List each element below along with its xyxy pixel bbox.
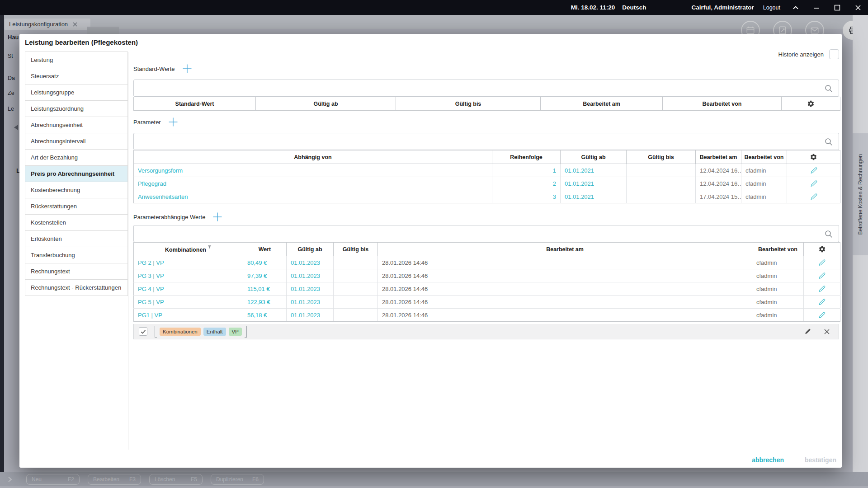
edited-at: 28.01.2026 14:46 [378,296,752,309]
confirm-button[interactable]: bestätigen [805,456,836,464]
language-selector[interactable]: Deutsch [622,4,646,11]
edit-parameterwert-button[interactable] [818,311,826,319]
valid-from: 01.01.2023 [287,296,334,309]
dialog-content: Historie anzeigen Standard-Werte Standar… [133,34,840,468]
parameterwert-row: PG 3 | VP 97,39 € 01.01.2023 28.01.2026 … [134,269,840,282]
edit-parameterwert-button[interactable] [818,258,826,267]
parameterwert-row: PG1 | VP 56,18 € 01.01.2023 28.01.2026 1… [134,309,840,322]
nav-item-rechnungstext-rueckerstattungen[interactable]: Rechnungstext - Rückerstattungen [25,279,128,296]
nav-item-leistung[interactable]: Leistung [25,52,128,68]
column-header-bearbeitet-am[interactable]: Bearbeitet am [541,97,663,111]
edit-parameter-button[interactable] [810,179,818,188]
parameterwerte-table-settings-button[interactable] [818,245,826,253]
collapse-window-button[interactable] [792,4,799,11]
nav-item-kostenberechnung[interactable]: Kostenberechnung [25,182,128,198]
valid-to [334,256,378,269]
parameter-valid-to [627,164,696,177]
cancel-button[interactable]: abbrechen [752,456,784,464]
nav-item-rechnungstext[interactable]: Rechnungstext [25,263,128,280]
edit-filter-button[interactable] [804,328,811,335]
parameter-link[interactable]: Anwesenheitsarten [134,190,492,203]
column-header-bearbeitet-am[interactable]: Bearbeitet am [696,150,741,164]
column-header-gueltig-bis[interactable]: Gültig bis [334,243,378,256]
valid-to [334,269,378,282]
column-header-standard-wert[interactable]: Standard-Wert [134,97,256,111]
add-standard-wert-button[interactable] [182,64,192,74]
parameter-table-settings-button[interactable] [810,153,817,161]
edit-parameterwert-button[interactable] [818,285,826,293]
kombination-link[interactable]: PG 5 | VP [134,296,243,309]
nav-item-kostenstellen[interactable]: Kostenstellen [25,214,128,231]
filter-field-chip[interactable]: Kombinationen [160,328,201,336]
dialog-footer: abbrechen bestätigen [752,456,836,464]
maximize-icon [834,4,841,11]
parameterwerte-search-input[interactable] [134,225,812,242]
edited-by: cfadmin [752,296,804,309]
logout-button[interactable]: Logout [763,5,780,11]
column-header-bearbeitet-von[interactable]: Bearbeitet von [741,150,787,164]
nav-item-abrechnungsintervall[interactable]: Abrechnungsintervall [25,133,128,150]
nav-item-abrechnungseinheit[interactable]: Abrechnungseinheit [25,117,128,133]
filter-value-chip[interactable]: VP [229,328,242,336]
parameter-link[interactable]: Versorgungsform [134,164,492,177]
column-header-bearbeitet-von[interactable]: Bearbeitet von [663,97,782,111]
parameter-row: Versorgungsform 1 01.01.2021 12.04.2024 … [134,164,840,177]
parameter-search[interactable] [133,133,839,150]
column-header-kombinationen[interactable]: Kombinationen [134,243,243,256]
column-header-bearbeitet-am[interactable]: Bearbeitet am [378,243,752,256]
minimize-button[interactable] [813,4,820,11]
standard-werte-search[interactable] [133,80,839,97]
column-header-gueltig-ab[interactable]: Gültig ab [561,150,627,164]
history-toggle-label: Historie anzeigen [778,51,824,58]
close-window-button[interactable] [854,4,862,11]
kombination-link[interactable]: PG 3 | VP [134,269,243,282]
edit-parameter-button[interactable] [810,192,818,201]
column-header-abhaengig-von[interactable]: Abhängig von [134,150,492,164]
parameter-valid-from: 01.01.2021 [561,177,627,190]
nav-item-rueckerstattungen[interactable]: Rückerstattungen [25,198,128,215]
valid-to [334,282,378,296]
nav-item-leistungsgruppe[interactable]: Leistungsgruppe [25,84,128,101]
column-header-gueltig-ab[interactable]: Gültig ab [256,97,396,111]
kombination-link[interactable]: PG 4 | VP [134,282,243,296]
history-checkbox[interactable] [829,49,839,59]
standard-table-settings-button[interactable] [807,100,815,108]
edit-parameterwert-button[interactable] [818,272,826,280]
nav-item-transferbuchung[interactable]: Transferbuchung [25,247,128,263]
filter-operator-chip[interactable]: Enthält [203,328,226,336]
nav-item-leistungszuordnung[interactable]: Leistungszuordnung [25,100,128,117]
nav-item-erloeskonten[interactable]: Erlöskonten [25,230,128,247]
parameter-search-input[interactable] [134,133,812,150]
column-header-gueltig-bis[interactable]: Gültig bis [396,97,541,111]
column-header-reihenfolge[interactable]: Reihenfolge [492,150,561,164]
remove-filter-button[interactable] [824,328,830,335]
kombination-link[interactable]: PG1 | VP [134,309,243,322]
add-parameter-button[interactable] [168,117,178,127]
column-header-gueltig-ab[interactable]: Gültig ab [287,243,334,256]
parameter-edited-by: cfadmin [741,190,787,203]
search-icon [824,84,833,93]
parameterwert-row: PG 2 | VP 80,49 € 01.01.2023 28.01.2026 … [134,256,840,269]
column-header-bearbeitet-von[interactable]: Bearbeitet von [752,243,804,256]
parameterwerte-search[interactable] [133,225,839,242]
parameterwert-row: PG 5 | VP 122,93 € 01.01.2023 28.01.2026… [134,296,840,309]
column-header-label: Kombinationen [165,247,206,253]
standard-werte-search-input[interactable] [134,80,812,96]
column-header-wert[interactable]: Wert [243,243,287,256]
edit-parameterwert-button[interactable] [818,298,826,306]
filter-enabled-checkbox[interactable] [139,327,147,336]
maximize-button[interactable] [834,4,841,11]
kombination-link[interactable]: PG 2 | VP [134,256,243,269]
parameter-edited-by: cfadmin [741,164,787,177]
parameter-edited-at: 12.04.2024 16… [696,177,741,190]
parameter-order: 3 [492,190,561,203]
nav-item-steuersatz[interactable]: Steuersatz [25,68,128,84]
add-parameterwert-button[interactable] [212,212,222,222]
parameter-link[interactable]: Pflegegrad [134,177,492,190]
dialog-leistung-bearbeiten: Leistung bearbeiten (Pflegekosten) Leist… [19,34,842,468]
column-header-gueltig-bis[interactable]: Gültig bis [627,150,696,164]
edit-parameter-button[interactable] [810,166,818,174]
wert-value: 115,01 € [243,282,287,296]
nav-item-art-der-bezahlung[interactable]: Art der Bezahlung [25,149,128,166]
nav-item-preis-pro-abrechnungseinheit[interactable]: Preis pro Abrechnungseinheit [25,165,128,182]
